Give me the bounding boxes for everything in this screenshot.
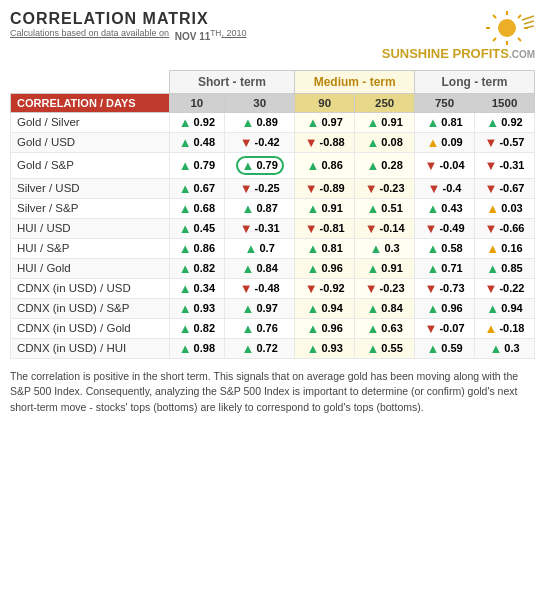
correlation-value: -0.4 xyxy=(442,182,461,194)
correlation-value: -0.07 xyxy=(439,322,464,334)
data-cell: ▲0.51 xyxy=(355,198,415,218)
correlation-value: 0.76 xyxy=(256,322,277,334)
data-cell: ▼-0.92 xyxy=(295,278,355,298)
table-row: Gold / Silver▲0.92▲0.89▲0.97▲0.91▲0.81▲0… xyxy=(11,112,535,132)
correlation-value: -0.66 xyxy=(499,222,524,234)
cell-value: ▲0.76 xyxy=(242,322,278,335)
svg-line-9 xyxy=(522,16,534,20)
data-cell: ▲0.86 xyxy=(169,238,224,258)
table-row: CDNX (in USD) / HUI▲0.98▲0.72▲0.93▲0.55▲… xyxy=(11,338,535,358)
correlation-value: 0.92 xyxy=(194,116,215,128)
direction-arrow-icon: ▲ xyxy=(242,262,255,275)
direction-arrow-icon: ▲ xyxy=(307,159,320,172)
direction-arrow-icon: ▲ xyxy=(179,159,192,172)
correlation-value: -0.18 xyxy=(499,322,524,334)
data-cell: ▲0.3 xyxy=(475,338,535,358)
svg-line-10 xyxy=(524,21,534,24)
data-cell: ▲0.45 xyxy=(169,218,224,238)
direction-arrow-icon: ▼ xyxy=(485,282,498,295)
cell-value: ▲0.59 xyxy=(426,342,462,355)
direction-arrow-icon: ▲ xyxy=(242,342,255,355)
cell-value: ▲0.94 xyxy=(486,302,522,315)
direction-arrow-icon: ▲ xyxy=(245,242,258,255)
direction-arrow-icon: ▼ xyxy=(425,159,438,172)
row-label: CDNX (in USD) / S&P xyxy=(11,298,170,318)
direction-arrow-icon: ▼ xyxy=(365,222,378,235)
correlation-value: 0.3 xyxy=(504,342,519,354)
table-row: HUI / S&P▲0.86▲0.7▲0.81▲0.3▲0.58▲0.16 xyxy=(11,238,535,258)
data-cell: ▼-0.07 xyxy=(415,318,475,338)
direction-arrow-icon: ▲ xyxy=(426,136,439,149)
cell-value: ▲0.63 xyxy=(366,322,402,335)
cell-value: ▲0.84 xyxy=(242,262,278,275)
direction-arrow-icon: ▼ xyxy=(428,182,441,195)
col-30: 30 xyxy=(225,93,295,112)
correlation-value: 0.91 xyxy=(381,262,402,274)
correlation-value: 0.7 xyxy=(259,242,274,254)
direction-arrow-icon: ▲ xyxy=(242,322,255,335)
data-cell: ▼-0.31 xyxy=(475,152,535,178)
data-cell: ▼-0.42 xyxy=(225,132,295,152)
data-cell: ▲0.86 xyxy=(295,152,355,178)
cell-value: ▲0.92 xyxy=(486,116,522,129)
direction-arrow-icon: ▲ xyxy=(486,202,499,215)
correlation-value: 0.03 xyxy=(501,202,522,214)
direction-arrow-icon: ▲ xyxy=(486,242,499,255)
correlation-value: 0.55 xyxy=(381,342,402,354)
table-row: HUI / Gold▲0.82▲0.84▲0.96▲0.91▲0.71▲0.85 xyxy=(11,258,535,278)
data-cell: ▲0.3 xyxy=(355,238,415,258)
direction-arrow-icon: ▲ xyxy=(426,342,439,355)
cell-value: ▲0.43 xyxy=(426,202,462,215)
table-row: Gold / S&P▲0.79▲0.79▲0.86▲0.28▼-0.04▼-0.… xyxy=(11,152,535,178)
correlation-value: 0.45 xyxy=(194,222,215,234)
sunshine-logo-icon xyxy=(480,10,535,46)
svg-line-3 xyxy=(518,38,521,41)
row-label: CDNX (in USD) / Gold xyxy=(11,318,170,338)
cell-value: ▲0.81 xyxy=(426,116,462,129)
data-cell: ▼-0.25 xyxy=(225,178,295,198)
cell-value: ▲0.94 xyxy=(307,302,343,315)
data-cell: ▲0.91 xyxy=(355,258,415,278)
direction-arrow-icon: ▲ xyxy=(179,202,192,215)
correlation-value: 0.58 xyxy=(441,242,462,254)
cell-value: ▼-0.4 xyxy=(428,182,462,195)
data-cell: ▲0.09 xyxy=(415,132,475,152)
correlation-value: 0.51 xyxy=(381,202,402,214)
direction-arrow-icon: ▲ xyxy=(179,136,192,149)
correlation-value: 0.91 xyxy=(321,202,342,214)
page-subtitle: Calculations based on data available on … xyxy=(10,28,246,42)
data-cell: ▼-0.66 xyxy=(475,218,535,238)
correlation-value: 0.79 xyxy=(256,159,277,171)
data-cell: ▲0.85 xyxy=(475,258,535,278)
cell-value: ▲0.7 xyxy=(245,242,275,255)
cell-value: ▲0.79 xyxy=(179,159,215,172)
cell-value: ▼-0.89 xyxy=(305,182,345,195)
direction-arrow-icon: ▲ xyxy=(489,342,502,355)
direction-arrow-icon: ▲ xyxy=(307,116,320,129)
data-cell: ▼-0.81 xyxy=(295,218,355,238)
data-cell: ▲0.7 xyxy=(225,238,295,258)
correlation-value: 0.91 xyxy=(381,116,402,128)
cell-value: ▲0.16 xyxy=(486,242,522,255)
page-header: CORRELATION MATRIX Calculations based on… xyxy=(10,10,535,62)
direction-arrow-icon: ▼ xyxy=(485,182,498,195)
direction-arrow-icon: ▲ xyxy=(426,116,439,129)
data-cell: ▲0.93 xyxy=(295,338,355,358)
data-cell: ▲0.96 xyxy=(415,298,475,318)
cell-value: ▲0.72 xyxy=(242,342,278,355)
data-cell: ▼-0.67 xyxy=(475,178,535,198)
correlation-value: 0.63 xyxy=(381,322,402,334)
col-1500: 1500 xyxy=(475,93,535,112)
data-cell: ▲0.96 xyxy=(295,318,355,338)
cell-value: ▲0.86 xyxy=(307,159,343,172)
correlation-value: 0.84 xyxy=(381,302,402,314)
cell-value: ▲0.08 xyxy=(366,136,402,149)
direction-arrow-icon: ▲ xyxy=(485,322,498,335)
correlation-value: 0.94 xyxy=(321,302,342,314)
cell-value: ▲0.96 xyxy=(426,302,462,315)
data-cell: ▼-0.48 xyxy=(225,278,295,298)
correlation-value: 0.87 xyxy=(256,202,277,214)
row-label: HUI / USD xyxy=(11,218,170,238)
svg-line-11 xyxy=(525,26,534,28)
cell-value: ▼-0.88 xyxy=(305,136,345,149)
